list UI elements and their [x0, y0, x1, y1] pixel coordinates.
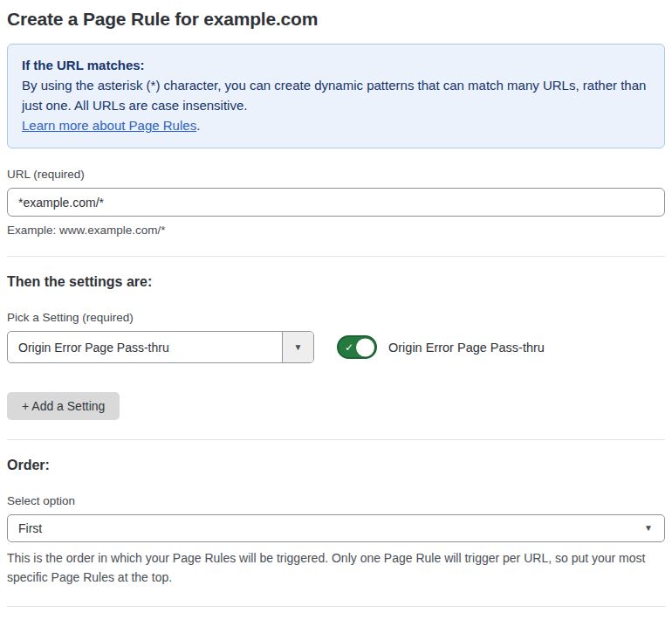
toggle-knob [356, 338, 374, 356]
setting-row: Origin Error Page Pass-thru ▼ ✓ Origin E… [7, 331, 665, 363]
check-icon: ✓ [345, 342, 353, 353]
page-title: Create a Page Rule for example.com [7, 9, 665, 30]
order-select-label: Select option [7, 494, 665, 507]
divider [7, 606, 665, 607]
url-helper-text: Example: www.example.com/* [7, 224, 665, 237]
pick-setting-label: Pick a Setting (required) [7, 311, 665, 324]
add-setting-row: + Add a Setting [7, 392, 665, 420]
learn-more-link[interactable]: Learn more about Page Rules [22, 118, 196, 133]
info-box-link-line: Learn more about Page Rules. [22, 115, 650, 135]
setting-dropdown-value: Origin Error Page Pass-thru [8, 332, 282, 362]
divider [7, 439, 665, 440]
order-select[interactable]: First ▼ [7, 514, 665, 542]
link-suffix: . [196, 118, 200, 133]
setting-toggle-label: Origin Error Page Pass-thru [388, 341, 545, 355]
caret-down-icon: ▼ [294, 343, 303, 352]
setting-dropdown[interactable]: Origin Error Page Pass-thru ▼ [7, 331, 314, 363]
url-input[interactable] [7, 188, 665, 217]
order-section-heading: Order: [7, 458, 665, 473]
settings-section-heading: Then the settings are: [7, 274, 665, 290]
url-field-label: URL (required) [7, 168, 665, 181]
info-box-heading: If the URL matches: [22, 55, 650, 75]
caret-down-icon: ▼ [644, 524, 653, 533]
url-match-info-box: If the URL matches: By using the asteris… [7, 44, 665, 148]
divider [7, 256, 665, 257]
add-setting-button[interactable]: + Add a Setting [7, 392, 120, 420]
setting-dropdown-arrow-button[interactable]: ▼ [282, 332, 313, 362]
order-helper-text: This is the order in which your Page Rul… [7, 548, 660, 587]
setting-toggle[interactable]: ✓ [337, 335, 377, 359]
info-box-body: By using the asterisk (*) character, you… [22, 75, 650, 115]
order-select-value: First [18, 521, 42, 535]
